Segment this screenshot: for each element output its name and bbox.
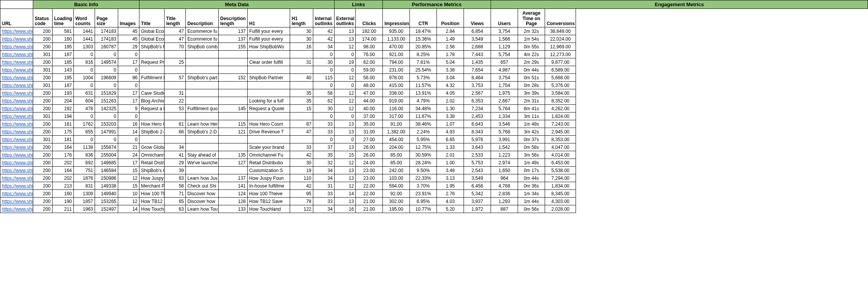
- cell-conv: 38,849.00: [545, 27, 576, 35]
- url-link[interactable]: https://www.shi: [2, 206, 33, 212]
- cell-impr: 317.00: [383, 113, 410, 120]
- cell-views: 7,443: [464, 51, 491, 58]
- table-row: https://www.shi200195130316078729ShipBob…: [0, 43, 868, 51]
- cell-images: 0: [118, 66, 139, 74]
- url-link[interactable]: https://www.shi: [2, 168, 33, 173]
- cell-images: 0: [118, 82, 139, 89]
- cell-h1: Fulfill your every: [248, 35, 290, 43]
- cell-titlelen: 57: [165, 74, 186, 82]
- url-link[interactable]: https://www.shi: [2, 129, 33, 135]
- cell-users: 3,546: [491, 120, 518, 128]
- column-header-titlelen: Title length: [165, 9, 186, 27]
- cell-views: 7,234: [464, 105, 491, 113]
- cell-word: 836: [74, 151, 95, 159]
- cell-pos: 1.95: [437, 182, 464, 190]
- cell-h1len: 95: [290, 190, 313, 198]
- cell-titlelen: 39: [165, 167, 186, 174]
- cell-page: 196609: [95, 74, 118, 82]
- cell-conv: 2,028.00: [545, 205, 576, 213]
- column-header-pos: Position: [437, 9, 464, 27]
- cell-extout: 19: [335, 58, 356, 66]
- url-link[interactable]: https://www.shi: [2, 160, 33, 165]
- url-link[interactable]: https://www.shi: [2, 36, 33, 42]
- cell-h1: Drive Revenue T: [248, 128, 290, 136]
- cell-loading: 175: [53, 128, 74, 136]
- cell-pos: 1.30: [437, 105, 464, 113]
- url-link[interactable]: https://www.shi: [2, 183, 33, 189]
- cell-titlelen: 53: [165, 105, 186, 113]
- cell-clicks: 31.00: [356, 128, 383, 136]
- cell-title: Grow Global: [139, 143, 165, 151]
- cell-desc: [186, 97, 219, 105]
- cell-h1len: 30: [290, 35, 313, 43]
- cell-title: Global Econ: [139, 27, 165, 35]
- cell-word: 604: [74, 97, 95, 105]
- url-link[interactable]: https://www.shi: [2, 52, 33, 57]
- cell-pos: 3.38: [437, 66, 464, 74]
- url-link[interactable]: https://www.shi: [2, 98, 33, 104]
- url-link[interactable]: https://www.shi: [2, 90, 33, 96]
- url-link[interactable]: https://www.shi: [2, 83, 33, 88]
- table-row: https://www.shi20021383114933815Merchant…: [0, 182, 868, 190]
- url-link[interactable]: https://www.shi: [2, 114, 33, 119]
- cell-desc: [186, 66, 219, 74]
- cell-images: 17: [118, 58, 139, 66]
- cell-ctr: 28.24%: [410, 159, 437, 167]
- url-link[interactable]: https://www.shi: [2, 121, 33, 127]
- cell-h1: [248, 51, 290, 58]
- cell-loading: 213: [53, 182, 74, 190]
- url-link[interactable]: https://www.shi: [2, 199, 33, 204]
- cell-images: 15: [118, 182, 139, 190]
- cell-extout: 12: [335, 89, 356, 97]
- url-link[interactable]: https://www.shi: [2, 60, 33, 65]
- cell-status: 200: [33, 43, 53, 51]
- column-header-clicks: Clicks: [356, 9, 383, 27]
- cell-users: 1,975: [491, 89, 518, 97]
- table-row: https://www.shi200202187615098612How Jus…: [0, 174, 868, 182]
- cell-users: 1,334: [491, 113, 518, 120]
- cell-titlelen: [165, 113, 186, 120]
- cell-loading: 164: [53, 167, 74, 174]
- cell-impr: 242.00: [383, 167, 410, 174]
- cell-h1: Clear order fulfill: [248, 58, 290, 66]
- column-header-avgtime: Average Time on Page: [518, 9, 545, 27]
- cell-conv: 8,353.00: [545, 136, 576, 143]
- cell-intout: 42: [313, 35, 335, 43]
- cell-ctr: 4.79%: [410, 97, 437, 105]
- url-link[interactable]: https://www.shi: [2, 106, 33, 111]
- url-link[interactable]: https://www.shi: [2, 191, 33, 196]
- cell-desclen: 127: [219, 159, 248, 167]
- cell-extout: 13: [335, 167, 356, 174]
- url-link[interactable]: https://www.shi: [2, 152, 33, 158]
- url-link[interactable]: https://www.shi: [2, 137, 33, 142]
- cell-pos: 2.56: [437, 43, 464, 51]
- cell-titlelen: [165, 66, 186, 74]
- cell-title: Fulfillment In: [139, 74, 165, 82]
- cell-desclen: 137: [219, 27, 248, 35]
- cell-clicks: 27.00: [356, 136, 383, 143]
- cell-extout: 13: [335, 174, 356, 182]
- cell-url: https://www.shi: [0, 43, 33, 51]
- url-link[interactable]: https://www.shi: [2, 29, 33, 34]
- url-link[interactable]: https://www.shi: [2, 145, 33, 150]
- cell-users: 3,991: [491, 136, 518, 143]
- url-link[interactable]: https://www.shi: [2, 44, 33, 49]
- url-link[interactable]: https://www.shi: [2, 176, 33, 181]
- cell-status: 200: [33, 143, 53, 151]
- table-row: https://www.shi3011430000059.00231.0025.…: [0, 66, 868, 74]
- cell-desclen: [219, 82, 248, 89]
- cell-ctr: 19.47%: [410, 27, 437, 35]
- url-link[interactable]: https://www.shi: [2, 67, 33, 73]
- cell-ctr: 22.33%: [410, 174, 437, 182]
- cell-word: 655: [74, 128, 95, 136]
- cell-titlelen: 58: [165, 182, 186, 190]
- cell-word: 1762: [74, 120, 95, 128]
- cell-h1len: 87: [290, 120, 313, 128]
- cell-h1len: 42: [290, 151, 313, 159]
- url-link[interactable]: https://www.shi: [2, 75, 33, 80]
- cell-impr: 231.00: [383, 66, 410, 74]
- cell-users: 1,223: [491, 151, 518, 159]
- cell-desclen: 135: [219, 151, 248, 159]
- cell-word: 0: [74, 136, 95, 143]
- cell-titlelen: 41: [165, 151, 186, 159]
